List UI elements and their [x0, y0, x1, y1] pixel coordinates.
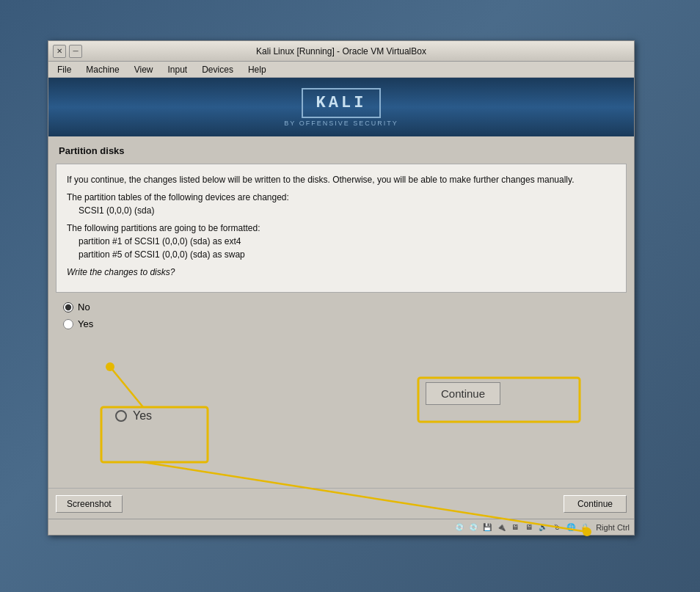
info-line-3: The following partitions are going to be…	[67, 222, 616, 261]
kali-logo-box: KALI	[302, 88, 382, 118]
radio-no-option[interactable]: No	[63, 302, 619, 313]
radio-no-label: No	[78, 302, 90, 313]
section-title: Partition disks	[56, 144, 627, 158]
status-icon-3[interactable]: 💾	[481, 522, 493, 533]
radio-yes-option[interactable]: Yes	[63, 318, 619, 329]
close-button[interactable]: ✕	[53, 45, 66, 58]
status-icon-7[interactable]: 🔊	[537, 522, 549, 533]
radio-yes-label: Yes	[78, 318, 93, 329]
status-icon-4[interactable]: 🔌	[495, 522, 507, 533]
status-icon-6[interactable]: 🖥	[523, 522, 535, 533]
menu-devices[interactable]: Devices	[196, 63, 239, 76]
info-question: Write the changes to disks?	[67, 266, 616, 279]
radio-yes-input[interactable]	[63, 319, 73, 329]
status-icon-5[interactable]: 🖥	[509, 522, 521, 533]
info-device: SCSI1 (0,0,0) (sda)	[79, 205, 154, 216]
content-area: Partition disks If you continue, the cha…	[48, 136, 634, 488]
menu-view[interactable]: View	[128, 63, 159, 76]
menu-input[interactable]: Input	[162, 63, 194, 76]
right-ctrl-label: Right Ctrl	[596, 523, 630, 532]
continue-button[interactable]: Continue	[564, 495, 627, 513]
title-bar: ✕ ─ Kali Linux [Running] - Oracle VM Vir…	[48, 41, 634, 62]
kali-header: KALI BY OFFENSIVE SECURITY	[48, 78, 634, 136]
bottom-bar: Screenshot Continue	[48, 488, 634, 519]
status-icon-8[interactable]: 🖱	[551, 522, 563, 533]
menu-machine[interactable]: Machine	[80, 63, 125, 76]
window-title: Kali Linux [Running] - Oracle VM Virtual…	[256, 46, 426, 56]
screenshot-button[interactable]: Screenshot	[56, 495, 123, 513]
menu-bar: File Machine View Input Devices Help	[48, 62, 634, 78]
status-bar: 💿 💿 💾 🔌 🖥 🖥 🔊 🖱 🌐 🔒 Right Ctrl	[48, 519, 634, 535]
virtualbox-window: ✕ ─ Kali Linux [Running] - Oracle VM Vir…	[48, 40, 635, 536]
info-partition-1: partition #1 of SCSI1 (0,0,0) (sda) as e…	[79, 236, 241, 246]
menu-help[interactable]: Help	[242, 63, 272, 76]
info-partition-2: partition #5 of SCSI1 (0,0,0) (sda) as s…	[79, 249, 245, 260]
status-icon-9[interactable]: 🌐	[565, 522, 577, 533]
info-line-2: The partition tables of the following de…	[67, 191, 616, 217]
kali-subtext: BY OFFENSIVE SECURITY	[284, 120, 398, 127]
status-icon-1[interactable]: 💿	[453, 522, 465, 533]
title-bar-buttons: ✕ ─	[53, 45, 82, 58]
kali-logo: KALI BY OFFENSIVE SECURITY	[284, 88, 398, 127]
info-line-1: If you continue, the changes listed belo…	[67, 173, 616, 186]
minimize-button[interactable]: ─	[69, 45, 82, 58]
status-icon-10[interactable]: 🔒	[579, 522, 591, 533]
info-box: If you continue, the changes listed belo…	[56, 164, 627, 293]
menu-file[interactable]: File	[51, 63, 77, 76]
status-icon-2[interactable]: 💿	[467, 522, 479, 533]
radio-no-input[interactable]	[63, 302, 73, 313]
radio-group: No Yes	[56, 299, 627, 332]
